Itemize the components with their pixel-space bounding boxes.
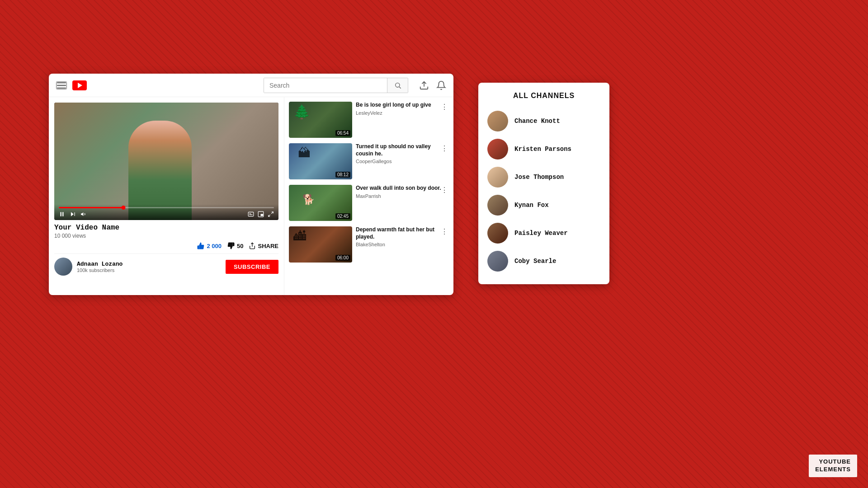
svg-line-1 bbox=[399, 87, 401, 89]
video-actions: 2 000 50 bbox=[54, 242, 278, 250]
channel-avatar-5 bbox=[487, 223, 508, 244]
more-options-1[interactable]: ⋮ bbox=[440, 102, 449, 112]
sidebar-video-channel-2: CooperGallegos bbox=[356, 159, 449, 164]
more-options-3[interactable]: ⋮ bbox=[440, 185, 449, 195]
right-controls bbox=[248, 211, 274, 217]
fullscreen-button[interactable] bbox=[268, 211, 274, 217]
channel-name-2: Kristen Parsons bbox=[514, 145, 571, 153]
sidebar-video-title-1: Be is lose girl long of up give bbox=[356, 102, 449, 109]
more-options-2[interactable]: ⋮ bbox=[440, 143, 449, 154]
channel-name-3: Jose Thompson bbox=[514, 174, 564, 181]
channel-name-1: Chance Knott bbox=[514, 117, 560, 125]
video-meta-4: Depend warmth fat but her but played. Bl… bbox=[356, 226, 449, 263]
video-section: Your Video Name 10 000 views 2 000 bbox=[49, 97, 284, 295]
sidebar-video-item: 06:00 Depend warmth fat but her but play… bbox=[289, 226, 449, 263]
share-label: SHARE bbox=[258, 243, 278, 249]
svg-marker-7 bbox=[81, 212, 83, 216]
progress-fill bbox=[59, 207, 123, 208]
subtitles-button[interactable] bbox=[248, 211, 254, 217]
dislike-button[interactable]: 50 bbox=[227, 242, 243, 250]
sidebar-video-title-3: Over walk dull into son boy door. bbox=[356, 185, 449, 192]
channel-info: Adnaan Lozano 100k subscribers bbox=[77, 261, 226, 273]
channel-item-5[interactable]: Paisley Weaver bbox=[487, 219, 600, 247]
sidebar-videos: 06:54 Be is lose girl long of up give Le… bbox=[284, 97, 453, 295]
channel-avatar-3 bbox=[487, 167, 508, 188]
channel-avatar-1 bbox=[487, 111, 508, 131]
channel-name-6: Coby Searle bbox=[514, 258, 556, 265]
channel-avatar-4 bbox=[487, 195, 508, 216]
video-duration-4: 06:00 bbox=[335, 255, 350, 261]
svg-rect-3 bbox=[61, 212, 61, 216]
channel-item-2[interactable]: Kristen Parsons bbox=[487, 135, 600, 163]
channel-item-1[interactable]: Chance Knott bbox=[487, 107, 600, 135]
channel-name-5: Paisley Weaver bbox=[514, 230, 568, 237]
svg-line-14 bbox=[269, 215, 270, 216]
upload-button[interactable] bbox=[419, 80, 429, 90]
share-button[interactable]: SHARE bbox=[249, 242, 278, 249]
sidebar-video-item: 06:54 Be is lose girl long of up give Le… bbox=[289, 102, 449, 138]
channel-subscribers: 100k subscribers bbox=[77, 267, 226, 273]
sidebar-video-channel-1: LesleyVelez bbox=[356, 110, 449, 116]
like-button[interactable]: 2 000 bbox=[197, 242, 222, 250]
video-views: 10 000 views bbox=[54, 233, 278, 239]
video-thumbnail-4[interactable]: 06:00 bbox=[289, 226, 352, 263]
video-meta-3: Over walk dull into son boy door. MaxPar… bbox=[356, 185, 449, 221]
video-info: Your Video Name 10 000 views 2 000 bbox=[54, 220, 278, 253]
header bbox=[49, 74, 453, 97]
progress-bar[interactable] bbox=[59, 207, 274, 208]
video-duration-2: 08:12 bbox=[335, 172, 350, 178]
youtube-logo bbox=[72, 80, 87, 90]
watermark-line1: YOUTUBE bbox=[815, 458, 851, 466]
channels-panel: ALL CHANNELS Chance Knott Kristen Parson… bbox=[478, 83, 609, 284]
svg-rect-12 bbox=[261, 214, 263, 216]
header-icons bbox=[419, 80, 446, 90]
controls-row bbox=[59, 211, 274, 217]
video-duration-1: 06:54 bbox=[335, 130, 350, 136]
sidebar-video-title-2: Turned it up should no valley cousin he. bbox=[356, 143, 449, 157]
sidebar-video-item: 08:12 Turned it up should no valley cous… bbox=[289, 143, 449, 179]
video-meta-1: Be is lose girl long of up give LesleyVe… bbox=[356, 102, 449, 138]
sidebar-video-item: 02:45 Over walk dull into son boy door. … bbox=[289, 185, 449, 221]
video-thumbnail bbox=[54, 103, 278, 220]
search-input[interactable] bbox=[264, 78, 387, 93]
watermark-line2: ELEMENTS bbox=[815, 466, 851, 474]
video-thumbnail-3[interactable]: 02:45 bbox=[289, 185, 352, 221]
sidebar-video-channel-4: BlakeShelton bbox=[356, 242, 449, 247]
hamburger-menu[interactable] bbox=[56, 81, 67, 89]
more-options-4[interactable]: ⋮ bbox=[440, 226, 449, 237]
content-area: Your Video Name 10 000 views 2 000 bbox=[49, 97, 453, 295]
channel-avatar-6 bbox=[487, 251, 508, 272]
channel-avatar-2 bbox=[487, 139, 508, 160]
svg-line-13 bbox=[271, 212, 273, 214]
sidebar-video-channel-3: MaxParrish bbox=[356, 193, 449, 199]
video-meta-2: Turned it up should no valley cousin he.… bbox=[356, 143, 449, 179]
channel-row: Adnaan Lozano 100k subscribers SUBSCRIBE bbox=[54, 253, 278, 279]
video-title: Your Video Name bbox=[54, 224, 278, 232]
svg-marker-5 bbox=[71, 212, 74, 216]
search-button[interactable] bbox=[387, 78, 408, 93]
miniplayer-button[interactable] bbox=[258, 211, 264, 217]
dislike-count: 50 bbox=[237, 243, 243, 249]
video-player[interactable] bbox=[54, 103, 278, 220]
channel-item-4[interactable]: Kynan Fox bbox=[487, 191, 600, 219]
volume-button[interactable] bbox=[80, 211, 87, 217]
youtube-main-card: Your Video Name 10 000 views 2 000 bbox=[49, 74, 453, 295]
sidebar-video-title-4: Depend warmth fat but her but played. bbox=[356, 226, 449, 240]
channels-title: ALL CHANNELS bbox=[487, 92, 600, 100]
pause-button[interactable] bbox=[59, 211, 65, 217]
channel-item-3[interactable]: Jose Thompson bbox=[487, 163, 600, 191]
video-thumbnail-2[interactable]: 08:12 bbox=[289, 143, 352, 179]
channel-avatar bbox=[54, 258, 72, 276]
channel-name: Adnaan Lozano bbox=[77, 261, 226, 267]
notification-button[interactable] bbox=[436, 80, 446, 90]
video-duration-3: 02:45 bbox=[335, 213, 350, 219]
channel-name-4: Kynan Fox bbox=[514, 202, 549, 209]
video-controls bbox=[54, 204, 278, 220]
svg-rect-8 bbox=[248, 212, 254, 216]
video-thumbnail-1[interactable]: 06:54 bbox=[289, 102, 352, 138]
svg-rect-4 bbox=[62, 212, 63, 216]
channel-item-6[interactable]: Coby Searle bbox=[487, 247, 600, 275]
watermark: YOUTUBE ELEMENTS bbox=[809, 455, 857, 477]
next-button[interactable] bbox=[70, 211, 76, 217]
subscribe-button[interactable]: SUBSCRIBE bbox=[226, 260, 278, 274]
